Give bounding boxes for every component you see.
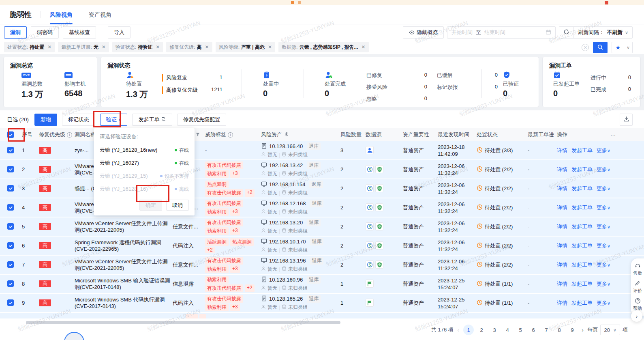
remove-filter-icon[interactable]: ✕ — [47, 44, 51, 50]
detail-link[interactable]: 详情 — [557, 147, 567, 153]
page-number[interactable]: 2 — [476, 325, 487, 335]
more-link[interactable]: 更多∨ — [597, 281, 610, 287]
refresh-button[interactable] — [559, 27, 573, 38]
page-number[interactable]: 7 — [541, 325, 552, 335]
row-checkbox[interactable] — [7, 223, 14, 230]
detail-link[interactable]: 详情 — [557, 243, 567, 249]
refresh-interval-select[interactable]: 刷新间隔： 不刷新 ∨ — [573, 27, 632, 38]
more-link[interactable]: 更多∨ — [597, 224, 610, 230]
more-link[interactable]: 更多∨ — [597, 262, 610, 268]
create-ticket-link[interactable]: 发起工单 — [571, 204, 593, 211]
row-checkbox[interactable] — [7, 261, 14, 268]
create-ticket-button[interactable]: 发起工单 — [132, 114, 172, 126]
table-row[interactable]: 8 高 Microsoft Windows SMB 输入验证错误漏洞(CVE-2… — [0, 275, 644, 294]
more-columns-icon[interactable]: ⋯ — [610, 132, 623, 138]
per-page-select[interactable]: 20 ∨ — [600, 325, 620, 335]
export-button[interactable] — [620, 114, 633, 126]
side-tool-售后[interactable]: 售后 — [633, 263, 642, 276]
select-all-checkbox[interactable] — [7, 131, 14, 138]
create-ticket-link[interactable]: 发起工单 — [571, 224, 593, 230]
type-button-weak-password[interactable]: 弱密码 — [31, 26, 59, 39]
column-settings-icon[interactable] — [284, 131, 289, 138]
remove-filter-icon[interactable]: ✕ — [205, 44, 209, 50]
row-checkbox[interactable] — [7, 147, 14, 153]
cancel-button[interactable]: 取消 — [166, 200, 189, 211]
page-number[interactable]: 4 — [502, 325, 513, 335]
page-number[interactable]: 3 — [489, 325, 500, 335]
table-row[interactable]: 7 高 VMware vCenter Server任意文件上传漏洞(CVE-20… — [0, 256, 644, 275]
asset-ip[interactable]: 192.168.10.170 — [269, 239, 306, 245]
date-range-picker[interactable]: 开始时间 至 结束时间 — [447, 26, 556, 39]
vuln-name-link[interactable]: VMware vCenter Server任意文件上传漏洞(CVE-2021-2… — [75, 258, 173, 271]
add-button[interactable]: 新增 — [34, 114, 57, 126]
filter-funnel-icon[interactable] — [195, 132, 200, 138]
detail-link[interactable]: 详情 — [557, 300, 567, 306]
horizontal-scrollbar[interactable] — [26, 321, 340, 324]
import-button[interactable]: 导入 — [108, 26, 131, 39]
side-tool-帮助[interactable]: 帮助 — [633, 298, 642, 312]
next-page-icon[interactable]: › — [580, 327, 585, 333]
more-link[interactable]: 更多∨ — [597, 204, 610, 211]
detail-link[interactable]: 详情 — [557, 166, 567, 172]
row-checkbox[interactable] — [7, 166, 14, 172]
remove-filter-icon[interactable]: ✕ — [268, 44, 272, 50]
asset-ip[interactable]: 192.168.13.20 — [269, 219, 303, 226]
remove-filter-icon[interactable]: ✕ — [362, 44, 366, 50]
type-button-baseline[interactable]: 基线核查 — [63, 26, 96, 39]
search-button[interactable] — [593, 42, 608, 53]
more-link[interactable]: 更多∨ — [597, 147, 610, 153]
page-number[interactable]: 1 — [463, 325, 474, 335]
asset-ip[interactable]: 192.168.12.168 — [269, 200, 306, 207]
verify-button[interactable]: 验证 ∧ — [100, 114, 128, 126]
detail-link[interactable]: 详情 — [557, 281, 567, 287]
row-checkbox[interactable] — [7, 280, 14, 287]
asset-ip[interactable]: 192.168.11.154 — [269, 181, 305, 187]
page-number[interactable]: 9 — [567, 325, 578, 335]
favorite-filter-button[interactable]: ★ ∨ — [612, 42, 633, 53]
row-checkbox[interactable] — [7, 299, 14, 306]
confirm-button[interactable]: 确定 — [139, 200, 162, 211]
row-checkbox[interactable] — [7, 242, 14, 249]
vuln-name-link[interactable]: Microsoft Windows SMB 代码执行漏洞 (CVE-2017-0… — [75, 297, 173, 310]
table-row[interactable]: 5 高 VMware vCenter Server任意文件上传漏洞(CVE-20… — [0, 217, 644, 237]
vuln-name-link[interactable]: Microsoft Windows SMB 输入验证错误漏洞(CVE-2017-… — [75, 278, 173, 291]
create-ticket-link[interactable]: 发起工单 — [571, 166, 593, 172]
asset-ip[interactable]: 192.168.13.42 — [269, 162, 303, 168]
collapse-arrow-button[interactable]: › — [631, 310, 642, 322]
create-ticket-link[interactable]: 发起工单 — [571, 300, 593, 306]
more-link[interactable]: 更多∨ — [597, 243, 610, 249]
more-link[interactable]: 更多∨ — [597, 300, 610, 306]
detail-link[interactable]: 详情 — [557, 204, 567, 211]
detail-link[interactable]: 详情 — [557, 185, 567, 192]
create-ticket-link[interactable]: 发起工单 — [571, 185, 593, 192]
table-row[interactable]: 9 高 Microsoft Windows SMB 代码执行漏洞 (CVE-20… — [0, 294, 644, 313]
asset-ip[interactable]: 10.128.165.26 — [269, 296, 303, 302]
verify-device-option[interactable]: 云镜 (YJ_16128_16new) 在线 — [94, 144, 195, 157]
vuln-name-link[interactable]: Spring Framework 远程代码执行漏洞 (CVE-2022-2296… — [75, 239, 173, 252]
asset-ip[interactable]: 10.128.166.40 — [269, 143, 303, 149]
table-row[interactable]: 6 高 Spring Framework 远程代码执行漏洞 (CVE-2022-… — [0, 237, 644, 256]
page-number[interactable]: 6 — [528, 325, 539, 335]
type-button-vuln[interactable]: 漏洞 — [4, 26, 27, 39]
create-ticket-link[interactable]: 发起工单 — [571, 281, 593, 287]
detail-link[interactable]: 详情 — [557, 224, 567, 230]
asset-ip[interactable]: 10.128.160.96 — [269, 277, 303, 283]
detail-link[interactable]: 详情 — [557, 262, 567, 268]
tab-asset-view[interactable]: 资产视角 — [89, 5, 111, 24]
priority-config-button[interactable]: 修复优先级配置 — [177, 114, 226, 126]
row-checkbox[interactable] — [7, 204, 14, 211]
prev-page-icon[interactable]: ‹ — [456, 327, 461, 333]
vuln-name-link[interactable]: VMware vCenter Server任意文件上传漏洞(CVE-2021-2… — [75, 220, 173, 233]
tab-risk-view[interactable]: 风险视角 — [50, 5, 73, 24]
page-number[interactable]: 8 — [554, 325, 565, 335]
mark-status-button[interactable]: 标记状态 — [62, 114, 95, 126]
create-ticket-link[interactable]: 发起工单 — [571, 243, 593, 249]
more-link[interactable]: 更多∨ — [597, 185, 610, 192]
verify-device-option[interactable]: 云镜 (YJ_16027) 在线 — [94, 157, 195, 170]
row-checkbox[interactable] — [7, 185, 14, 192]
hide-overview-button[interactable]: 隐藏概览 — [403, 26, 444, 39]
remove-filter-icon[interactable]: ✕ — [102, 44, 106, 50]
more-link[interactable]: 更多∨ — [597, 166, 610, 172]
create-ticket-link[interactable]: 发起工单 — [571, 262, 593, 268]
create-ticket-link[interactable]: 发起工单 — [571, 147, 593, 153]
